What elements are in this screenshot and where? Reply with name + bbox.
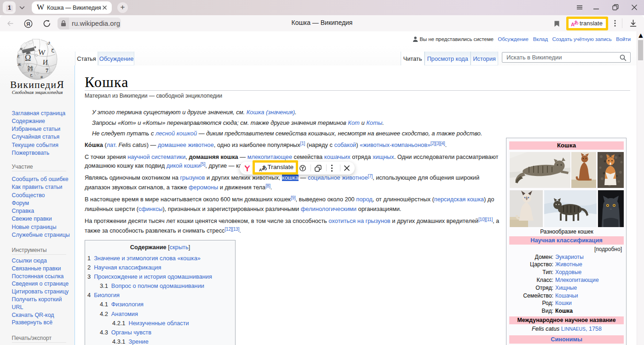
- svg-text:あ: あ: [574, 20, 579, 25]
- svg-text:雑: 雑: [27, 65, 34, 72]
- svg-text:ق: ق: [47, 41, 50, 45]
- svg-text:7: 7: [46, 67, 48, 74]
- svg-text:W: W: [38, 47, 46, 57]
- svg-text:Ж: Ж: [17, 62, 22, 67]
- svg-text:Ω: Ω: [25, 53, 31, 63]
- svg-text:ج: ج: [51, 47, 55, 53]
- svg-text:И: И: [42, 58, 48, 66]
- svg-text:ع: ع: [17, 53, 20, 58]
- svg-text:ح: ح: [30, 72, 33, 77]
- svg-text:あ: あ: [262, 164, 267, 170]
